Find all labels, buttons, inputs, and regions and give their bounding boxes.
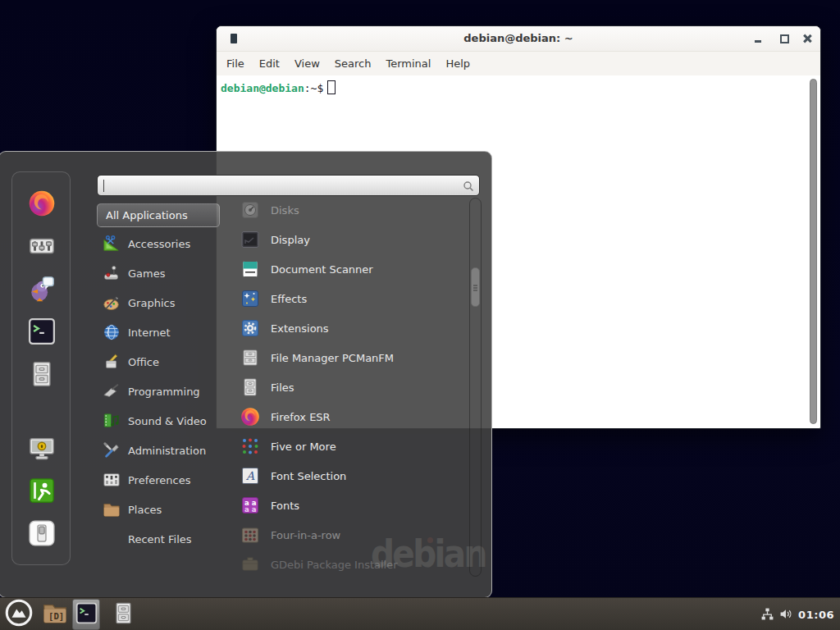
favorite-audio-mixer[interactable] (12, 226, 71, 269)
effects-icon (240, 289, 260, 308)
category-label: Preferences (128, 474, 190, 486)
category-label: All Applications (106, 209, 188, 221)
extensions-icon (240, 318, 260, 338)
category-preferences[interactable]: Preferences (97, 465, 220, 495)
app-file-manager-pcmanfm[interactable]: File Manager PCManFM (231, 343, 463, 372)
search-box[interactable] (97, 175, 480, 196)
file-cabinet-icon (112, 601, 135, 628)
app-disks[interactable]: Disks (231, 195, 463, 225)
app-files[interactable]: Files (231, 372, 463, 402)
category-label: Graphics (128, 297, 175, 309)
app-four-in-a-row[interactable]: Four-in-a-row (231, 520, 463, 550)
terminal-task-button-active[interactable] (72, 599, 100, 630)
app-label: Five or More (271, 441, 336, 453)
app-five-or-more[interactable]: Five or More (231, 431, 463, 461)
preferences-icon (103, 471, 121, 489)
terminal-menu-file[interactable]: File (219, 52, 252, 75)
search-input[interactable] (103, 177, 447, 194)
category-graphics[interactable]: Graphics (97, 288, 220, 317)
terminal-menu-edit[interactable]: Edit (252, 52, 287, 75)
programming-icon (103, 382, 121, 400)
favorite-log-out[interactable] (12, 471, 71, 514)
graphics-icon (103, 294, 121, 312)
terminal-menubar: FileEditViewSearchTerminalHelp (217, 52, 820, 75)
menu-scrollbar-thumb[interactable] (471, 267, 480, 307)
app-gdebi-package-installer[interactable]: GDebi Package Installer (231, 550, 463, 579)
terminal-scrollbar-thumb[interactable] (810, 79, 817, 424)
app-effects[interactable]: Effects (231, 284, 463, 313)
app-fonts[interactable]: a aa aFonts (231, 491, 463, 520)
terminal-window-title: debian@debian: ~ (217, 26, 820, 51)
category-label: Office (128, 356, 159, 368)
app-document-scanner[interactable]: Document Scanner (231, 254, 463, 284)
app-label: Display (271, 234, 310, 246)
category-all-applications-selected[interactable]: All Applications (97, 203, 220, 227)
app-label: Document Scanner (271, 263, 373, 276)
app-label: Firefox ESR (271, 411, 331, 423)
category-list: All ApplicationsAccessoriesGamesGraphics… (97, 203, 220, 554)
category-administration[interactable]: Administration (97, 436, 220, 465)
category-recent-files[interactable]: Recent Files (97, 524, 220, 554)
favorite-shutdown[interactable] (12, 514, 71, 556)
category-places[interactable]: Places (97, 495, 220, 524)
favorites-panel (11, 171, 71, 565)
terminal-menu-search[interactable]: Search (327, 52, 379, 75)
prompt-user: debian@debian (221, 82, 304, 94)
category-label: Internet (128, 326, 171, 339)
maximize-button[interactable] (773, 26, 796, 51)
app-display[interactable]: Display (231, 225, 463, 254)
scrollbar-grip (473, 285, 477, 286)
start-menu: All ApplicationsAccessoriesGamesGraphics… (0, 151, 492, 598)
places-icon (103, 500, 121, 518)
minimize-button[interactable] (746, 26, 769, 51)
terminal-menu-view[interactable]: View (287, 52, 327, 75)
app-font-selection[interactable]: AFont Selection (231, 461, 463, 491)
terminal-menu-help[interactable]: Help (438, 52, 477, 75)
svg-text:A: A (245, 469, 255, 482)
svg-text:[D]: [D] (48, 611, 64, 622)
minimize-icon (755, 40, 761, 43)
terminal-titlebar[interactable]: debian@debian: ~ (217, 26, 820, 52)
favorite-terminal[interactable] (12, 312, 71, 354)
log-out-icon (28, 477, 56, 508)
search-caret (103, 180, 104, 192)
app-label: Font Selection (271, 470, 346, 482)
desktop: debian debian@debian: ~ FileEditViewSear… (0, 0, 840, 630)
display-icon (240, 230, 260, 249)
menu-scrollbar-track[interactable] (469, 198, 482, 577)
category-label: Recent Files (128, 533, 192, 546)
file-manager-launcher[interactable]: [D] (39, 600, 71, 628)
category-label: Games (128, 267, 165, 280)
favorite-file-cabinet[interactable] (12, 354, 71, 397)
fonts-icon: a aa a (240, 495, 260, 515)
category-office[interactable]: Office (97, 347, 220, 377)
terminal-menu-terminal[interactable]: Terminal (378, 52, 438, 75)
app-extensions[interactable]: Extensions (231, 313, 463, 343)
blank-icon (103, 530, 121, 548)
taskbar: [D] 01:06 (0, 597, 840, 630)
category-internet[interactable]: Internet (97, 317, 220, 347)
category-sound-video[interactable]: Sound & Video (97, 406, 220, 436)
network-icon[interactable] (760, 607, 775, 622)
category-accessories[interactable]: Accessories (97, 229, 220, 258)
app-firefox-esr[interactable]: Firefox ESR (231, 402, 463, 431)
favorite-firefox[interactable] (12, 184, 71, 226)
audio-mixer-icon (28, 232, 56, 263)
close-button[interactable] (796, 26, 819, 51)
favorite-lock-screen[interactable] (12, 428, 71, 471)
files-launcher[interactable] (108, 600, 138, 628)
category-programming[interactable]: Programming (97, 377, 220, 406)
volume-icon[interactable] (779, 607, 794, 622)
office-icon (103, 353, 121, 371)
terminal-scrollbar[interactable] (809, 78, 818, 425)
category-games[interactable]: Games (97, 258, 220, 288)
start-menu-button[interactable] (3, 600, 34, 629)
favorite-pidgin[interactable] (12, 269, 71, 312)
application-list: DisksDisplayDocument ScannerEffectsExten… (231, 195, 463, 579)
firefox-icon (28, 189, 56, 221)
app-label: Effects (271, 293, 307, 305)
clock[interactable]: 01:06 (798, 609, 834, 621)
five-or-more-icon (240, 436, 260, 456)
scrollbar-grip (473, 290, 477, 291)
internet-icon (103, 323, 121, 341)
